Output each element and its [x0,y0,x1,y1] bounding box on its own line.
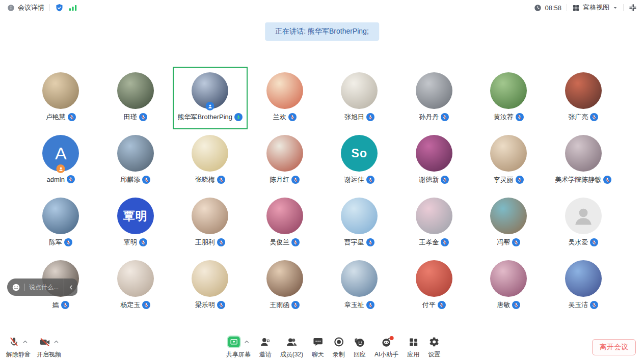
members-icon [286,337,297,348]
quick-chat-input[interactable]: 说点什么... [7,279,64,296]
participant-tile[interactable]: A admin [23,129,98,192]
toolbar-button-share-screen[interactable]: 共享屏幕 [226,335,251,359]
toolbar-button-invite[interactable]: 邀请 [259,335,272,359]
participant-tile[interactable]: 杨定玉 [98,255,173,317]
toolbar-button-label: 录制 [333,350,345,359]
participant-tile[interactable]: 王孝金 [397,192,472,255]
participant-name-row: 张晓梅 [195,175,225,184]
participant-tile[interactable]: 吴俊兰 [248,192,323,255]
participant-tile[interactable]: So 谢运佳 [322,129,397,192]
participant-name-row: 兰欢 [273,113,297,122]
chevron-left-icon [68,284,74,291]
view-mode-selector[interactable]: 宫格视图 [572,3,618,12]
participant-name-row: 冯帮 [497,238,520,247]
toolbar-left-group: 解除静音 开启视频 [6,335,61,359]
participant-tile[interactable]: 黄汝荐 [471,67,546,129]
participant-name: 王雨函 [270,300,289,310]
avatar [416,135,452,172]
participant-tile[interactable]: 邱麒添 [98,129,173,192]
avatar [341,260,378,297]
participant-tile[interactable]: 覃明 覃明 [98,192,173,255]
toolbar-button-record[interactable]: 录制 [333,335,345,359]
toolbar-button-members[interactable]: 成员(32) [280,335,303,359]
chat-icon [313,337,324,347]
caret-up-icon[interactable] [244,339,250,345]
participant-tile[interactable]: 兰欢 [248,67,323,129]
participant-tile[interactable]: 孙丹丹 [397,67,472,129]
toolbar-button-settings[interactable]: 设置 [428,335,440,359]
participant-tile[interactable]: 曹宇星 [322,192,397,255]
participant-name: 陈月红 [270,175,289,184]
divider [49,4,50,11]
participant-tile[interactable]: 梁乐明 [173,255,248,317]
participant-tile[interactable]: 王朋利 [173,192,248,255]
participant-name: 王朋利 [195,238,215,247]
participant-tile[interactable]: 章玉祉 [322,255,397,317]
participant-name-row: 田瑾 [124,113,147,122]
toolbar-button-apps[interactable]: 应用 [407,335,419,359]
participant-tile[interactable]: 冯帮 [471,192,546,255]
participant-tile[interactable]: 张旭日 [322,67,397,129]
avatar [192,135,228,172]
participant-tile-active-speaker[interactable]: 熊华军BrotherPing [173,67,248,129]
exit-fullscreen-icon[interactable] [629,4,637,12]
toolbar-button-label: 设置 [428,350,440,359]
toolbar-button-chat[interactable]: 聊天 [312,335,324,359]
participant-tile[interactable]: 陈月红 [248,129,323,192]
leave-meeting-button[interactable]: 离开会议 [592,339,636,355]
toolbar-button-camera-off[interactable]: 开启视频 [37,335,61,359]
meeting-details-label: 会议详情 [18,3,44,12]
participant-name: 美术学院陈静敏 [555,175,601,184]
info-icon [7,4,15,12]
participant-tile[interactable]: 田瑾 [98,67,173,129]
toolbar-button-label: 邀请 [259,350,272,359]
avatar [192,260,228,297]
mic-muted-icon [291,238,300,246]
participant-tile[interactable]: 付平 [397,255,472,317]
participant-name-row: 王朋利 [195,238,225,247]
participant-name-row: 邱麒添 [120,175,150,184]
participant-tile[interactable]: 李灵丽 [471,129,546,192]
caret-up-icon[interactable] [22,339,28,345]
participant-name: 兰欢 [273,113,286,122]
participant-name-row: 曹宇星 [344,238,374,247]
network-signal-icon[interactable] [69,5,77,11]
participant-name-row: 付平 [422,300,446,310]
toolbar-button-ai-assistant[interactable]: AI小助手 [374,335,398,359]
avatar [341,72,378,109]
participant-name: 谢运佳 [344,175,364,184]
camera-off-icon [39,337,50,348]
meeting-details-button[interactable]: 会议详情 [7,3,44,12]
avatar [416,260,452,297]
participant-tile[interactable]: 谢德新 [397,129,472,192]
quick-chat-collapse-button[interactable] [64,279,77,296]
participants-grid: 卢艳慧 田瑾 熊华军BrotherPing 兰欢 张旭日 [23,67,621,317]
participant-name: 张晓梅 [195,175,215,184]
participant-tile[interactable]: 吴水爱 [546,192,621,255]
mic-muted-icon [512,301,520,309]
clock-icon [534,4,542,12]
mic-off-icon [9,337,19,347]
toolbar-button-react[interactable]: 回应 [354,335,366,359]
participant-tile[interactable]: 吴玉洁 [546,255,621,317]
avatar [490,72,527,109]
participant-name: 陈军 [49,238,62,247]
smiley-icon[interactable] [12,283,20,292]
mic-muted-icon [291,176,300,184]
participant-tile[interactable]: 陈军 [23,192,98,255]
participant-name-row: 陈月红 [270,175,300,184]
participant-tile[interactable]: 张晓梅 [173,129,248,192]
security-shield-icon[interactable] [55,4,64,12]
participant-tile[interactable]: 唐敏 [471,255,546,317]
participant-name-row: 吴水爱 [568,238,598,247]
participant-name-row: 吴玉洁 [568,300,598,310]
avatar [490,135,527,172]
caret-up-icon[interactable] [53,339,59,345]
participant-tile[interactable]: 美术学院陈静敏 [546,129,621,192]
participant-tile[interactable]: 张广亮 [546,67,621,129]
participant-name-row: 张广亮 [568,113,598,122]
participant-tile[interactable]: 卢艳慧 [23,67,98,129]
avatar [266,72,303,109]
participant-tile[interactable]: 王雨函 [248,255,323,317]
toolbar-button-mic-off[interactable]: 解除静音 [6,335,31,359]
